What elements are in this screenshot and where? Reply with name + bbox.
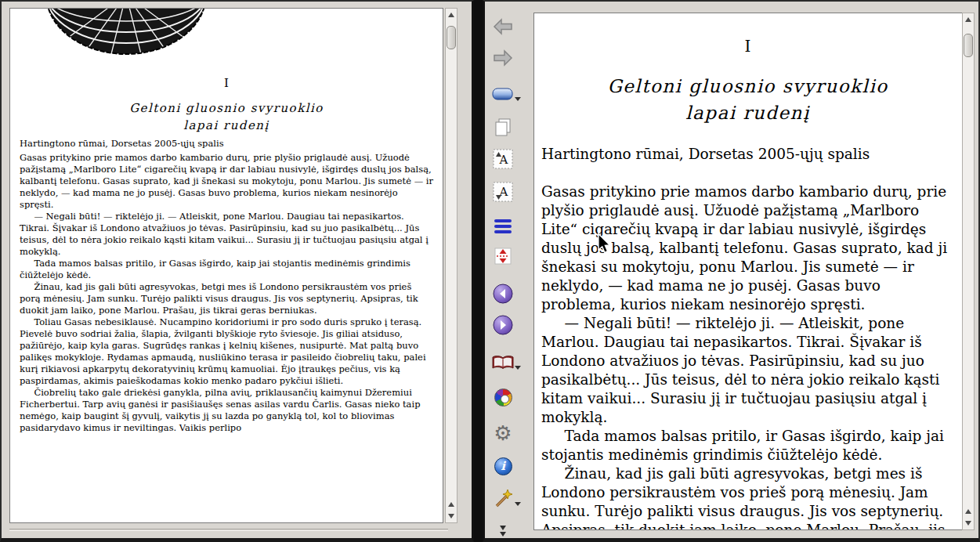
book-page-left[interactable]: I Geltoni gluosnio svyruoklio lapai rude… (9, 8, 443, 523)
up-arrow-icon (448, 13, 454, 17)
dateline: Hartingtono rūmai, Dorsetas 2005-ųjų spa… (541, 145, 954, 164)
open-book-button[interactable] (486, 349, 519, 377)
scroll-up-button[interactable] (446, 9, 457, 20)
font-decrease-icon: A (493, 182, 513, 202)
horizontal-scrollbar-track[interactable] (9, 529, 448, 531)
scrollbar-thumb[interactable] (447, 26, 456, 49)
font-increase-icon: A (493, 149, 513, 169)
info-letter: i (501, 459, 505, 473)
paragraph: Tada mamos balsas pritilo, ir Gasas išgi… (20, 258, 433, 281)
line-spacing-icon (494, 217, 512, 236)
gear-icon: ⚙ (494, 423, 512, 443)
pages-icon (494, 117, 512, 136)
book-page-right[interactable]: I Geltoni gluosnio svyruoklio lapai rude… (533, 13, 963, 530)
mouse-cursor (597, 233, 611, 254)
reader-window-left: I Geltoni gluosnio svyruoklio lapai rude… (0, 0, 474, 542)
chevron-down-icon (500, 526, 506, 530)
info-icon: i (494, 457, 512, 475)
circle-left-arrow-icon (492, 283, 514, 305)
color-settings-button[interactable] (486, 383, 519, 411)
scroll-up-button-bottom[interactable] (446, 499, 457, 510)
line-spacing-button[interactable] (486, 212, 519, 240)
reader-toolbar: A A (485, 2, 532, 542)
magic-wand-icon (492, 488, 514, 510)
view-mode-button[interactable] (486, 80, 519, 108)
book-text: Gasas pritykino prie mamos darbo kambari… (20, 152, 433, 434)
info-button[interactable]: i (486, 452, 519, 480)
paragraph: Žinau, kad jis gali būti agresyvokas, be… (20, 281, 433, 316)
up-arrow-icon (448, 502, 454, 507)
up-arrow-icon (965, 509, 971, 514)
chapter-number: I (541, 37, 954, 56)
toolbar-overflow-button[interactable] (496, 525, 510, 537)
chapter-title-line2: lapai rudenį (541, 103, 954, 122)
scroll-up-button[interactable] (963, 14, 974, 25)
tools-button[interactable] (486, 485, 519, 513)
settings-button[interactable]: ⚙ (486, 419, 519, 447)
scroll-up-button-bottom[interactable] (963, 506, 974, 517)
vertical-scrollbar[interactable] (962, 13, 975, 530)
view-mode-icon (492, 85, 514, 103)
circle-right-arrow-icon (492, 314, 514, 336)
paragraph: Tada mamos balsas pritilo, ir Gasas išgi… (541, 427, 954, 464)
chapter-title-line2: lapai rudenį (20, 120, 433, 132)
paragraph: Toliau Gasas nebesiklausė. Nucampino kor… (20, 316, 433, 387)
chevron-down-icon (515, 502, 521, 506)
chapter-title-line1: Geltoni gluosnio svyruoklio (541, 77, 954, 96)
fit-height-button[interactable] (486, 242, 519, 270)
paragraph: Žinau, kad jis gali būti agresyvokas, be… (541, 464, 954, 530)
paragraph: — Negali būti! — riktelėjo ji. — Atleisk… (541, 314, 954, 427)
reader-window-right: A A (483, 0, 980, 542)
font-decrease-button[interactable]: A (486, 178, 519, 206)
back-arrow-icon (492, 18, 514, 35)
font-increase-button[interactable]: A (486, 145, 519, 173)
scrollbar-thumb[interactable] (964, 34, 973, 57)
up-arrow-icon (965, 17, 971, 22)
previous-page-button[interactable] (486, 280, 519, 308)
forward-button[interactable] (486, 44, 519, 72)
chevron-down-icon (515, 366, 521, 370)
vertical-scrollbar[interactable] (445, 8, 457, 523)
down-arrow-icon (448, 514, 454, 519)
chapter-illustration (20, 9, 433, 59)
balloon-engraving-icon (32, 9, 220, 59)
forward-arrow-icon (492, 49, 514, 67)
copy-page-button[interactable] (486, 113, 519, 141)
open-book-icon (491, 354, 515, 371)
scroll-down-button[interactable] (446, 511, 457, 522)
dateline: Hartingtono rūmai, Dorsetas 2005-ųjų spa… (20, 138, 433, 150)
fit-height-icon (494, 247, 512, 266)
color-wheel-icon (494, 388, 512, 406)
paragraph: Gasas pritykino prie mamos darbo kambari… (20, 152, 433, 211)
chevron-down-icon (515, 97, 521, 101)
next-page-button[interactable] (486, 311, 519, 339)
paragraph: — Negali būti! — riktelėjo ji. — Atleisk… (20, 211, 433, 258)
chapter-title-line1: Geltoni gluosnio svyruoklio (20, 103, 433, 114)
chevron-down-icon (500, 532, 506, 537)
down-arrow-icon (965, 521, 971, 526)
chapter-number: I (20, 78, 433, 89)
scroll-down-button[interactable] (963, 518, 974, 529)
paragraph: Čiobrelių tako gale driekėsi ganykla, pi… (20, 387, 433, 434)
back-button[interactable] (486, 13, 519, 41)
